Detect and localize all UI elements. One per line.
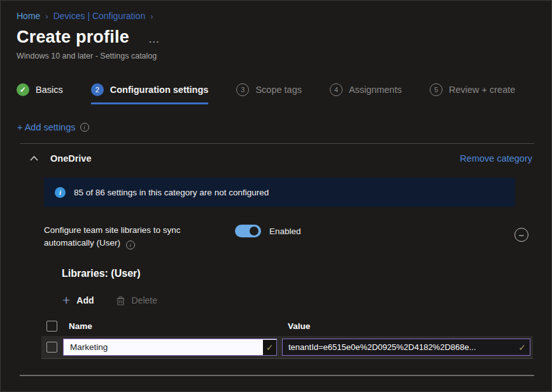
value-column-header: Value xyxy=(282,321,533,331)
setting-toggle[interactable] xyxy=(235,225,261,237)
breadcrumb-separator: › xyxy=(45,11,48,21)
name-column-header: Name xyxy=(63,321,282,331)
add-settings-link[interactable]: + Add settings i xyxy=(17,122,89,132)
tab-configuration-settings-label: Configuration settings xyxy=(110,85,209,95)
table-row: ✓ ✓ xyxy=(41,336,533,359)
info-icon[interactable]: i xyxy=(126,241,135,249)
tab-basics[interactable]: ✓ Basics xyxy=(17,83,63,104)
tab-scope-tags-label: Scope tags xyxy=(255,85,302,95)
info-icon: i xyxy=(55,187,66,198)
delete-row-label: Delete xyxy=(131,295,157,305)
toggle-state-label: Enabled xyxy=(269,227,301,236)
collapse-category-button[interactable] xyxy=(30,156,38,161)
minus-icon: − xyxy=(519,230,525,240)
step-number-icon: 2 xyxy=(91,83,104,96)
tab-scope-tags[interactable]: 3 Scope tags xyxy=(236,83,302,104)
breadcrumb-devices-configuration-link[interactable]: Devices | Configuration xyxy=(53,11,145,21)
completed-check-icon: ✓ xyxy=(17,83,29,96)
info-banner-text: 85 of 86 settings in this category are n… xyxy=(74,188,269,197)
tab-basics-label: Basics xyxy=(36,85,63,95)
page-subtitle: Windows 10 and later - Settings catalog xyxy=(1,47,551,60)
create-profile-page: Home › Devices | Configuration › Create … xyxy=(0,0,552,392)
step-number-icon: 4 xyxy=(330,83,343,96)
libraries-table: Name Value ✓ ✓ xyxy=(41,316,533,359)
step-number-icon: 3 xyxy=(236,83,249,96)
add-settings-label: + Add settings xyxy=(17,122,76,132)
name-input[interactable] xyxy=(64,342,263,352)
step-number-icon: 5 xyxy=(430,83,442,96)
toggle-knob xyxy=(250,227,258,235)
add-row-label: Add xyxy=(76,295,94,305)
trash-icon xyxy=(117,296,125,305)
page-title: Create profile xyxy=(17,27,129,47)
add-row-button[interactable]: + Add xyxy=(62,295,94,305)
more-options-button[interactable]: … xyxy=(148,32,161,46)
tab-review-create[interactable]: 5 Review + create xyxy=(430,83,515,104)
table-header-row: Name Value xyxy=(41,316,533,336)
chevron-up-icon xyxy=(30,156,38,161)
delete-row-button[interactable]: Delete xyxy=(117,295,157,305)
setting-label: Configure team site libraries to sync au… xyxy=(44,224,215,249)
row-checkbox[interactable] xyxy=(46,342,57,353)
libraries-heading: Libraries: (User) xyxy=(62,268,551,279)
remove-setting-button[interactable]: − xyxy=(514,228,528,242)
remove-category-link[interactable]: Remove category xyxy=(460,153,532,164)
check-icon: ✓ xyxy=(266,342,274,353)
plus-icon: + xyxy=(62,295,70,305)
select-all-checkbox[interactable] xyxy=(46,321,57,332)
check-icon: ✓ xyxy=(518,342,526,353)
info-banner: i 85 of 86 settings in this category are… xyxy=(44,178,515,207)
value-field: ✓ xyxy=(282,339,530,356)
breadcrumb-separator: › xyxy=(150,11,153,21)
category-name: OneDrive xyxy=(50,153,91,164)
bottom-divider xyxy=(20,375,534,376)
tab-review-create-label: Review + create xyxy=(449,85,515,95)
wizard-steps: ✓ Basics 2 Configuration settings 3 Scop… xyxy=(17,83,551,104)
setting-label-text: Configure team site libraries to sync au… xyxy=(44,225,181,248)
breadcrumb-home-link[interactable]: Home xyxy=(17,11,40,21)
tab-assignments[interactable]: 4 Assignments xyxy=(330,83,402,104)
value-input[interactable] xyxy=(283,342,518,352)
valid-check-badge: ✓ xyxy=(263,340,276,355)
breadcrumb: Home › Devices | Configuration › xyxy=(1,1,551,21)
tab-configuration-settings[interactable]: 2 Configuration settings xyxy=(91,83,209,104)
info-icon[interactable]: i xyxy=(80,123,89,132)
section-divider xyxy=(20,143,534,144)
name-field: ✓ xyxy=(63,339,277,356)
tab-assignments-label: Assignments xyxy=(349,85,402,95)
